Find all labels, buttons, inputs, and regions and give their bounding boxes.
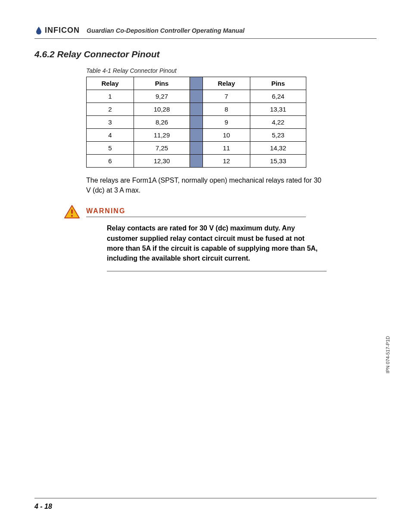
- cell-pins: 10,28: [134, 103, 190, 116]
- warning-icon: [64, 205, 80, 221]
- manual-title: Guardian Co-Deposition Controller Operat…: [87, 27, 245, 35]
- cell-relay: 7: [203, 90, 250, 103]
- table-row: 3 8,26 9 4,22: [87, 116, 306, 129]
- page-number: 4 - 18: [34, 503, 52, 510]
- section-heading: 4.6.2 Relay Connector Pinout: [34, 49, 377, 59]
- table-caption: Table 4-1 Relay Connector Pinout: [86, 67, 377, 74]
- warning-text: Relay contacts are rated for 30 V (dc) m…: [107, 223, 318, 263]
- cell-relay: 9: [203, 116, 250, 129]
- table-row: 4 11,29 10 5,23: [87, 129, 306, 142]
- table-header-row: Relay Pins Relay Pins: [87, 77, 306, 90]
- col-header-pins-right: Pins: [250, 77, 306, 90]
- cell-relay: 10: [203, 129, 250, 142]
- cell-pins: 8,26: [134, 116, 190, 129]
- cell-relay: 4: [87, 129, 134, 142]
- cell-relay: 3: [87, 116, 134, 129]
- cell-pins: 7,25: [134, 142, 190, 155]
- cell-pins: 4,22: [250, 116, 306, 129]
- table-gap: [190, 90, 203, 103]
- droplet-icon: [34, 26, 43, 35]
- cell-pins: 15,33: [250, 155, 306, 168]
- cell-pins: 5,23: [250, 129, 306, 142]
- cell-relay: 1: [87, 90, 134, 103]
- cell-relay: 8: [203, 103, 250, 116]
- page-footer: 4 - 18: [34, 498, 377, 510]
- col-header-pins-left: Pins: [134, 77, 190, 90]
- warning-rule-bottom: [107, 271, 327, 271]
- cell-relay: 5: [87, 142, 134, 155]
- brand-name: INFICON: [45, 26, 80, 35]
- table-row: 2 10,28 8 13,31: [87, 103, 306, 116]
- brand-logo: INFICON: [34, 26, 80, 35]
- table-gap: [190, 129, 203, 142]
- warning-block: WARNING Relay contacts are rated for 30 …: [86, 207, 377, 271]
- document-code: IPN 074-517-P1D: [385, 336, 390, 373]
- cell-relay: 12: [203, 155, 250, 168]
- col-header-relay-right: Relay: [203, 77, 250, 90]
- col-header-relay-left: Relay: [87, 77, 134, 90]
- table-gap: [190, 103, 203, 116]
- cell-relay: 6: [87, 155, 134, 168]
- cell-pins: 14,32: [250, 142, 306, 155]
- table-row: 6 12,30 12 15,33: [87, 155, 306, 168]
- svg-rect-0: [71, 209, 73, 214]
- warning-label: WARNING: [86, 207, 377, 215]
- cell-relay: 2: [87, 103, 134, 116]
- table-gap: [190, 77, 203, 90]
- svg-point-1: [71, 215, 73, 217]
- page-header: INFICON Guardian Co-Deposition Controlle…: [34, 26, 377, 39]
- cell-pins: 12,30: [134, 155, 190, 168]
- body-paragraph: The relays are Form1A (SPST, normally op…: [86, 175, 327, 195]
- cell-relay: 11: [203, 142, 250, 155]
- warning-rule-top: [86, 217, 306, 217]
- table-gap: [190, 155, 203, 168]
- cell-pins: 9,27: [134, 90, 190, 103]
- relay-pinout-table: Relay Pins Relay Pins 1 9,27 7 6,24 2 10…: [86, 77, 306, 168]
- table-row: 5 7,25 11 14,32: [87, 142, 306, 155]
- cell-pins: 11,29: [134, 129, 190, 142]
- table-row: 1 9,27 7 6,24: [87, 90, 306, 103]
- table-gap: [190, 142, 203, 155]
- cell-pins: 13,31: [250, 103, 306, 116]
- cell-pins: 6,24: [250, 90, 306, 103]
- table-gap: [190, 116, 203, 129]
